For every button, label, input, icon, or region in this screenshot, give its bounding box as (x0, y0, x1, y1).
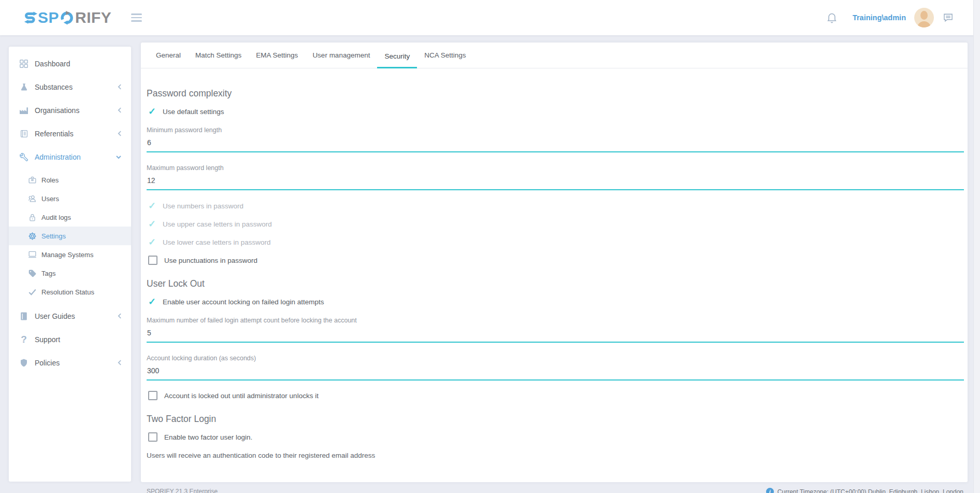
empty-checkbox (148, 256, 157, 265)
field-label: Maximum number of failed login attempt c… (147, 317, 964, 324)
lock-icon (27, 213, 37, 222)
empty-checkbox (148, 391, 157, 400)
sidebar-item-resolution-status[interactable]: Resolution Status (9, 283, 131, 301)
tab-match-settings[interactable]: Match Settings (188, 51, 249, 68)
tab-ema-settings[interactable]: EMA Settings (249, 51, 305, 68)
sidebar-item-label: Manage Systems (41, 251, 93, 259)
field-label: Account locking duration (as seconds) (147, 355, 964, 362)
sidebar-item-label: Users (41, 195, 59, 203)
sidebar-item-manage-systems[interactable]: Manage Systems (9, 245, 131, 264)
settings-tabs: General Match Settings EMA Settings User… (141, 43, 968, 68)
page-scrollbar[interactable] (973, 0, 980, 493)
sidebar-item-policies[interactable]: Policies (9, 351, 131, 374)
tab-security[interactable]: Security (377, 52, 417, 68)
hamburger-icon[interactable] (131, 13, 142, 22)
question-glyph: ? (21, 334, 27, 344)
sidebar-item-label: Administration (35, 153, 116, 161)
checkbox-label: Use default settings (163, 108, 224, 116)
sidebar-item-user-guides[interactable]: User Guides (9, 304, 131, 328)
field-label: Maximum password length (147, 164, 964, 172)
monitor-icon (27, 250, 37, 259)
sidebar-item-label: User Guides (35, 312, 118, 320)
flask-icon (19, 82, 29, 92)
sidebar-item-tags[interactable]: Tags (9, 264, 131, 283)
tag-icon (27, 269, 37, 278)
app-version: SPORIFY 21.3 Enterprise (147, 488, 218, 493)
checkbox-label: Use punctuations in password (164, 257, 257, 264)
tab-nca-settings[interactable]: NCA Settings (417, 51, 473, 68)
sidebar-item-referentials[interactable]: Referentials (9, 122, 131, 145)
sidebar-item-roles[interactable]: Roles (9, 171, 131, 189)
max-password-length-input[interactable] (147, 176, 964, 190)
sidebar-item-support[interactable]: ? Support (9, 328, 131, 351)
checkmark-icon: ✓ (147, 219, 157, 229)
sync-arrows-icon (60, 10, 75, 25)
password-options: ✓ Use numbers in password ✓ Use upper ca… (147, 200, 964, 266)
chevron-left-icon (118, 359, 122, 366)
avatar[interactable] (914, 8, 934, 27)
sidebar-item-settings[interactable]: Settings (9, 227, 131, 245)
sidebar-item-label: Dashboard (35, 60, 122, 68)
two-factor-help-text: Users will receive an authentication cod… (147, 452, 964, 459)
field-lock-duration: Account locking duration (as seconds) (147, 351, 964, 381)
page: SP RIFY Training\admin (0, 0, 980, 493)
check-icon (27, 287, 37, 297)
sidebar-admin-children: Roles Users (9, 171, 131, 301)
sidebar-item-label: Substances (35, 83, 118, 91)
chevron-down-icon (116, 155, 122, 159)
security-settings-content: Password complexity ✓ Use default settin… (141, 68, 968, 482)
grid-icon (19, 59, 29, 69)
wrench-icon (19, 152, 29, 162)
sidebar-item-label: Organisations (35, 106, 118, 115)
chevron-left-icon (118, 130, 122, 137)
empty-checkbox (148, 432, 157, 442)
checkmark-icon: ✓ (147, 237, 157, 247)
sidebar-item-label: Audit logs (41, 214, 71, 221)
tab-general[interactable]: General (149, 51, 188, 68)
info-icon: i (766, 488, 774, 493)
sidebar-item-label: Tags (41, 270, 55, 277)
section-title-user-lock-out: User Lock Out (147, 278, 964, 289)
checkbox-label: Enable two factor user login. (164, 433, 252, 441)
logo-s-arrows-icon (24, 10, 38, 25)
checkmark-icon: ✓ (147, 201, 157, 210)
checkbox-label: Enable user account locking on failed lo… (163, 298, 324, 306)
sidebar-item-administration[interactable]: Administration (9, 145, 131, 168)
comment-icon[interactable] (943, 13, 953, 22)
max-failed-attempts-input[interactable] (147, 329, 964, 343)
lock-duration-input[interactable] (147, 367, 964, 381)
sidebar-item-label: Support (35, 335, 122, 344)
field-max-password-length: Maximum password length (147, 161, 964, 190)
min-password-length-input[interactable] (147, 138, 964, 152)
checkbox-use-punctuations[interactable]: Use punctuations in password (147, 254, 964, 266)
sidebar-item-users[interactable]: Users (9, 189, 131, 208)
checkbox-enable-account-locking[interactable]: ✓ Enable user account locking on failed … (147, 295, 964, 308)
user-menu[interactable]: Training\admin (853, 13, 906, 22)
checkbox-label: Account is locked out until administrato… (164, 392, 319, 400)
app-logo[interactable]: SP RIFY (24, 10, 111, 25)
sidebar-item-organisations[interactable]: Organisations (9, 98, 131, 122)
timezone-text: Current Timezone: (UTC+00:00) Dublin, Ed… (777, 488, 963, 493)
checkbox-use-numbers[interactable]: ✓ Use numbers in password (147, 200, 964, 212)
shield-icon (19, 358, 29, 368)
sidebar-item-dashboard[interactable]: Dashboard (9, 52, 131, 75)
field-min-password-length: Minimum password length (147, 123, 964, 152)
sidebar-item-label: Roles (41, 176, 59, 184)
sidebar-item-label: Referentials (35, 130, 118, 138)
checkbox-use-default-settings[interactable]: ✓ Use default settings (147, 105, 964, 118)
checkbox-use-uppercase[interactable]: ✓ Use upper case letters in password (147, 218, 964, 230)
sidebar-item-audit-logs[interactable]: Audit logs (9, 208, 131, 227)
chevron-left-icon (118, 313, 122, 319)
briefcase-icon (27, 175, 37, 185)
chevron-left-icon (118, 83, 122, 90)
sidebar-item-substances[interactable]: Substances (9, 75, 131, 98)
checkbox-use-lowercase[interactable]: ✓ Use lower case letters in password (147, 236, 964, 248)
gear-icon (27, 231, 37, 241)
field-max-failed-attempts: Maximum number of failed login attempt c… (147, 314, 964, 343)
tab-user-management[interactable]: User management (305, 51, 377, 68)
checkbox-enable-two-factor[interactable]: Enable two factor user login. (147, 431, 964, 443)
bell-icon[interactable] (827, 12, 837, 23)
checkbox-admin-unlock[interactable]: Account is locked out until administrato… (147, 389, 964, 402)
main-panel: General Match Settings EMA Settings User… (141, 43, 968, 482)
sidebar: Dashboard Substances Organisations (9, 47, 131, 482)
